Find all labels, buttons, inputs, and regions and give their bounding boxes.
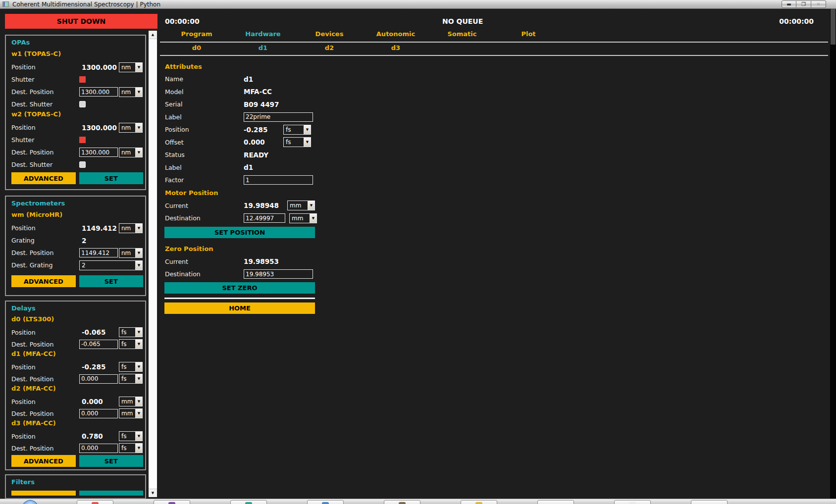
set-zero-button[interactable]: SET ZERO bbox=[164, 282, 315, 294]
set-button[interactable] bbox=[79, 491, 144, 496]
tab-plot[interactable]: Plot bbox=[495, 30, 562, 40]
advanced-button[interactable]: ADVANCED bbox=[11, 172, 76, 184]
main-tabs: Program Hardware Devices Autonomic Somat… bbox=[163, 30, 562, 40]
factor-input[interactable] bbox=[244, 175, 313, 185]
unit-dropdown[interactable]: nm ▼ bbox=[119, 248, 143, 258]
unit-value: mm bbox=[119, 409, 135, 418]
set-button[interactable]: SET bbox=[79, 172, 144, 184]
titlebar[interactable]: Coherent Multidimensional Spectroscopy |… bbox=[0, 0, 836, 9]
tab-program[interactable]: Program bbox=[163, 30, 230, 40]
unit-dropdown[interactable]: fs ▼ bbox=[119, 362, 143, 372]
taskbar-button[interactable] bbox=[154, 500, 190, 504]
field-label: Current bbox=[165, 202, 244, 209]
unit-dropdown[interactable]: nm ▼ bbox=[119, 87, 143, 97]
unit-value: nm bbox=[119, 148, 135, 157]
advanced-button[interactable]: ADVANCED bbox=[11, 455, 76, 467]
field-label: Position bbox=[11, 398, 79, 405]
set-button[interactable]: SET bbox=[79, 455, 144, 467]
dest-position-input[interactable] bbox=[79, 409, 118, 418]
unit-dropdown[interactable]: fs ▼ bbox=[119, 339, 143, 349]
taskbar-button[interactable] bbox=[307, 500, 344, 504]
field-row: Dest. Position nm ▼ bbox=[11, 247, 145, 259]
unit-dropdown[interactable]: fs ▼ bbox=[119, 431, 143, 441]
tab-somatic[interactable]: Somatic bbox=[429, 30, 495, 40]
set-position-button[interactable]: SET POSITION bbox=[164, 227, 315, 238]
dest-position-input[interactable] bbox=[79, 248, 118, 257]
tab-hardware[interactable]: Hardware bbox=[230, 30, 296, 40]
start-button[interactable] bbox=[22, 500, 39, 504]
unit-dropdown[interactable]: mm ▼ bbox=[119, 397, 143, 406]
scroll-up-icon[interactable]: ▲ bbox=[149, 31, 157, 39]
unit-dropdown[interactable]: mm ▼ bbox=[287, 201, 315, 210]
taskbar-button[interactable] bbox=[77, 500, 113, 504]
home-button[interactable]: HOME bbox=[164, 302, 315, 314]
chevron-down-icon: ▼ bbox=[135, 224, 142, 233]
field-row: Name d1 bbox=[165, 73, 323, 86]
advanced-button[interactable]: ADVANCED bbox=[11, 275, 76, 287]
unit-dropdown[interactable]: fs ▼ bbox=[283, 125, 311, 135]
shutter-indicator[interactable] bbox=[79, 137, 86, 143]
position-value: -0.285 bbox=[244, 126, 283, 134]
position-value: -0.065 bbox=[79, 328, 119, 336]
scroll-down-icon[interactable]: ▼ bbox=[149, 489, 157, 497]
unit-dropdown[interactable]: fs ▼ bbox=[119, 327, 143, 337]
unit-dropdown[interactable]: nm ▼ bbox=[119, 223, 143, 233]
dest-shutter-checkbox[interactable] bbox=[79, 161, 86, 168]
unit-dropdown[interactable]: mm ▼ bbox=[289, 213, 317, 223]
unit-dropdown[interactable]: fs ▼ bbox=[119, 443, 143, 453]
label-input[interactable] bbox=[244, 112, 313, 122]
main-scrollbar[interactable] bbox=[830, 9, 836, 499]
set-button[interactable]: SET bbox=[79, 275, 144, 287]
taskbar-button[interactable] bbox=[461, 500, 497, 504]
field-label: Grating bbox=[11, 237, 79, 244]
chevron-down-icon: ▼ bbox=[135, 63, 142, 72]
unit-dropdown[interactable]: mm ▼ bbox=[119, 408, 143, 418]
field-label: Shutter bbox=[11, 136, 79, 144]
chevron-down-icon: ▼ bbox=[310, 214, 316, 223]
button-row: ADVANCED SET bbox=[11, 172, 143, 184]
zero-destination-input[interactable] bbox=[244, 269, 313, 279]
close-button[interactable]: ✕ bbox=[811, 0, 826, 8]
restore-button[interactable]: ❐ bbox=[796, 0, 811, 8]
field-row: Dest. Position nm ▼ bbox=[11, 146, 145, 158]
section-heading: Attributes bbox=[165, 60, 323, 73]
dest-position-input[interactable] bbox=[79, 148, 118, 157]
grating-value: 2 bbox=[79, 237, 119, 245]
subtab-d3[interactable]: d3 bbox=[363, 44, 429, 54]
tab-autonomic[interactable]: Autonomic bbox=[363, 30, 429, 40]
dest-position-input[interactable] bbox=[79, 340, 118, 349]
taskbar-button[interactable] bbox=[614, 500, 651, 504]
dest-grating-dropdown[interactable]: 2 ▼ bbox=[79, 260, 143, 270]
unit-dropdown[interactable]: nm ▼ bbox=[119, 123, 143, 133]
dest-position-input[interactable] bbox=[79, 374, 118, 384]
app-icon bbox=[245, 502, 252, 504]
shutter-indicator[interactable] bbox=[79, 76, 86, 83]
unit-dropdown[interactable]: fs ▼ bbox=[283, 137, 311, 147]
taskbar-button[interactable] bbox=[384, 500, 420, 504]
scrollbar-thumb[interactable] bbox=[831, 9, 836, 45]
shutdown-button[interactable]: SHUT DOWN bbox=[5, 14, 157, 29]
unit-dropdown[interactable]: nm ▼ bbox=[119, 148, 143, 157]
subtab-d0[interactable]: d0 bbox=[163, 44, 230, 54]
unit-dropdown[interactable]: nm ▼ bbox=[119, 62, 143, 72]
unit-value: nm bbox=[119, 123, 135, 132]
minimize-button[interactable]: ▬ bbox=[782, 0, 796, 8]
dest-shutter-checkbox[interactable] bbox=[79, 101, 86, 107]
sidebar-scrollbar[interactable]: ▲ ▼ bbox=[149, 31, 157, 497]
taskbar-button[interactable] bbox=[691, 500, 728, 504]
motor-destination-input[interactable] bbox=[244, 213, 285, 223]
scrollbar-thumb[interactable] bbox=[149, 39, 157, 489]
taskbar-button[interactable] bbox=[230, 500, 267, 504]
advanced-button[interactable] bbox=[11, 491, 76, 496]
field-label: Position bbox=[11, 224, 79, 232]
chevron-down-icon: ▼ bbox=[135, 88, 142, 97]
unit-dropdown[interactable]: fs ▼ bbox=[119, 374, 143, 384]
unit-value: fs bbox=[284, 138, 304, 147]
taskbar-button[interactable] bbox=[537, 500, 574, 504]
dest-position-input[interactable] bbox=[79, 87, 118, 97]
app-icon bbox=[322, 502, 329, 504]
dest-position-input[interactable] bbox=[79, 444, 118, 453]
subtab-d1[interactable]: d1 bbox=[230, 44, 296, 54]
subtab-d2[interactable]: d2 bbox=[296, 44, 363, 54]
tab-devices[interactable]: Devices bbox=[296, 30, 363, 40]
